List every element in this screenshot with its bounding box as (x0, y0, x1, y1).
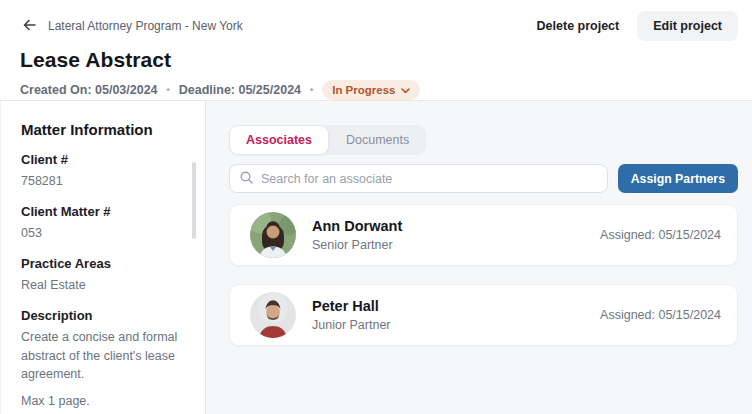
field-label: Client Matter # (21, 204, 187, 219)
matter-information-panel: Matter Information Client # 758281 Clien… (0, 101, 206, 414)
field-value: Real Estate (21, 276, 187, 294)
field-value: 758281 (21, 172, 187, 190)
field-label: Description (21, 308, 187, 323)
field-client-number: Client # 758281 (21, 152, 187, 190)
tab-documents[interactable]: Documents (329, 125, 426, 155)
assign-partners-button[interactable]: Assign Partners (618, 164, 738, 193)
associate-role: Junior Partner (312, 318, 391, 332)
field-value: Create a concise and formal abstract of … (21, 328, 187, 382)
meta-separator: • (167, 85, 170, 95)
back-button[interactable] (20, 16, 40, 36)
meta-separator: • (310, 85, 313, 95)
page-header: Lateral Attorney Program - New York Dele… (0, 0, 752, 101)
associate-role: Senior Partner (312, 238, 402, 252)
associate-name: Peter Hall (312, 298, 391, 314)
arrow-left-icon (22, 17, 38, 36)
avatar-ann-dorwant (250, 212, 296, 258)
field-value: 053 (21, 224, 187, 242)
field-label: Practice Areas (21, 256, 187, 271)
chevron-down-icon (401, 84, 410, 96)
tab-associates[interactable]: Associates (229, 125, 329, 155)
project-page: Lateral Attorney Program - New York Dele… (0, 0, 752, 414)
status-dropdown[interactable]: In Progress (322, 80, 420, 100)
avatar-peter-hall (250, 292, 296, 338)
field-description: Description Create a concise and formal … (21, 308, 187, 407)
sidebar-title: Matter Information (21, 121, 187, 138)
associate-card[interactable]: Ann Dorwant Senior Partner Assigned: 05/… (229, 204, 738, 266)
search-icon (240, 170, 253, 188)
delete-project-button[interactable]: Delete project (527, 11, 630, 41)
search-box[interactable] (229, 164, 608, 193)
main-content: Associates Documents Assign Partners (206, 101, 752, 414)
deadline-text: Deadline: 05/25/2024 (179, 83, 301, 97)
status-label: In Progress (332, 84, 395, 96)
associate-name: Ann Dorwant (312, 218, 402, 234)
assigned-date: Assigned: 05/15/2024 (600, 228, 721, 242)
field-note: Max 1 page. (21, 394, 187, 408)
search-input[interactable] (261, 172, 597, 186)
sidebar-scrollbar[interactable] (192, 162, 196, 239)
field-practice-areas: Practice Areas Real Estate (21, 256, 187, 294)
field-client-matter-number: Client Matter # 053 (21, 204, 187, 242)
edit-project-button[interactable]: Edit project (637, 11, 738, 41)
field-label: Client # (21, 152, 187, 167)
project-meta: Created On: 05/03/2024 • Deadline: 05/25… (20, 80, 738, 100)
associate-card[interactable]: Peter Hall Junior Partner Assigned: 05/1… (229, 284, 738, 346)
created-on-text: Created On: 05/03/2024 (20, 83, 158, 97)
tab-bar: Associates Documents (229, 125, 426, 155)
page-title: Lease Abstract (20, 48, 738, 72)
breadcrumb[interactable]: Lateral Attorney Program - New York (48, 19, 243, 33)
assigned-date: Assigned: 05/15/2024 (600, 308, 721, 322)
